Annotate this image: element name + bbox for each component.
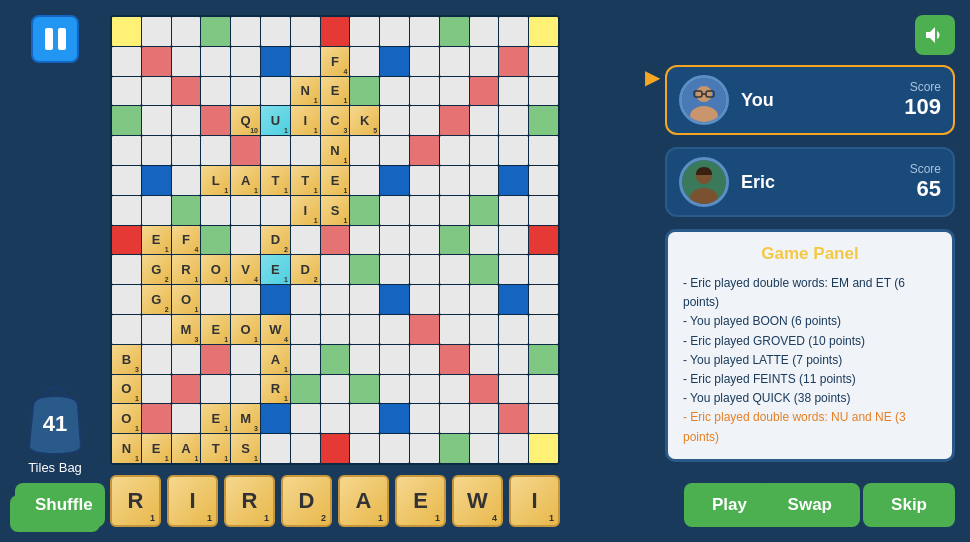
board-cell[interactable]: N1	[291, 77, 320, 106]
board-cell[interactable]	[112, 226, 141, 255]
board-cell[interactable]	[201, 136, 230, 165]
board-cell[interactable]	[321, 404, 350, 433]
board-cell[interactable]	[380, 77, 409, 106]
board-cell[interactable]	[410, 196, 439, 225]
board-cell[interactable]	[380, 434, 409, 463]
board-cell[interactable]	[142, 166, 171, 195]
board-cell[interactable]	[350, 404, 379, 433]
board-cell[interactable]	[499, 315, 528, 344]
board-cell[interactable]	[440, 136, 469, 165]
board-cell[interactable]	[142, 77, 171, 106]
board-cell[interactable]	[291, 315, 320, 344]
board-cell[interactable]	[112, 315, 141, 344]
board-cell[interactable]	[261, 136, 290, 165]
board-cell[interactable]	[142, 196, 171, 225]
board-cell[interactable]	[291, 285, 320, 314]
board-cell[interactable]	[470, 315, 499, 344]
board-cell[interactable]: N1	[321, 136, 350, 165]
board-cell[interactable]	[380, 136, 409, 165]
board-cell[interactable]: N1	[112, 434, 141, 463]
rack-tile[interactable]: D2	[281, 475, 332, 527]
board-cell[interactable]	[529, 136, 558, 165]
board-cell[interactable]	[350, 434, 379, 463]
board-cell[interactable]: U1	[261, 106, 290, 135]
board-cell[interactable]	[291, 17, 320, 46]
board-cell[interactable]	[470, 285, 499, 314]
board-cell[interactable]	[350, 77, 379, 106]
board-cell[interactable]	[350, 285, 379, 314]
board-cell[interactable]	[172, 106, 201, 135]
board-cell[interactable]	[410, 17, 439, 46]
board-cell[interactable]: M3	[231, 404, 260, 433]
board-cell[interactable]	[350, 17, 379, 46]
board-cell[interactable]	[410, 375, 439, 404]
skip-button[interactable]: Skip	[863, 483, 955, 527]
board-cell[interactable]	[321, 345, 350, 374]
board-cell[interactable]: E1	[201, 315, 230, 344]
board-cell[interactable]	[410, 345, 439, 374]
board-cell[interactable]	[380, 315, 409, 344]
board-cell[interactable]	[410, 136, 439, 165]
board-cell[interactable]	[470, 106, 499, 135]
board-cell[interactable]	[380, 404, 409, 433]
board-cell[interactable]	[499, 166, 528, 195]
board-cell[interactable]	[350, 345, 379, 374]
board-cell[interactable]	[380, 166, 409, 195]
board-cell[interactable]	[172, 345, 201, 374]
board-cell[interactable]	[380, 196, 409, 225]
board-cell[interactable]	[529, 404, 558, 433]
board-cell[interactable]	[440, 345, 469, 374]
rack-tile[interactable]: A1	[338, 475, 389, 527]
board-cell[interactable]	[172, 17, 201, 46]
board-cell[interactable]	[291, 404, 320, 433]
board-cell[interactable]	[350, 255, 379, 284]
game-board[interactable]: F4N1E1Q10U1I1C3K5N1L1A1T1T1E1I1S1E1F4D2G…	[110, 15, 560, 465]
board-cell[interactable]	[231, 136, 260, 165]
board-cell[interactable]: O1	[112, 404, 141, 433]
board-cell[interactable]	[172, 47, 201, 76]
board-cell[interactable]	[499, 404, 528, 433]
board-cell[interactable]: A1	[231, 166, 260, 195]
board-cell[interactable]: K5	[350, 106, 379, 135]
board-cell[interactable]	[142, 17, 171, 46]
board-cell[interactable]: S1	[321, 196, 350, 225]
board-cell[interactable]: E1	[201, 404, 230, 433]
board-cell[interactable]	[440, 47, 469, 76]
board-cell[interactable]	[261, 77, 290, 106]
board-cell[interactable]	[499, 434, 528, 463]
board-cell[interactable]	[142, 136, 171, 165]
board-cell[interactable]	[261, 196, 290, 225]
board-cell[interactable]: E1	[321, 166, 350, 195]
board-cell[interactable]: O1	[172, 285, 201, 314]
board-cell[interactable]	[529, 315, 558, 344]
board-cell[interactable]	[410, 106, 439, 135]
board-cell[interactable]	[440, 285, 469, 314]
rack-tile[interactable]: I1	[167, 475, 218, 527]
board-cell[interactable]	[112, 106, 141, 135]
board-cell[interactable]: E1	[142, 434, 171, 463]
board-cell[interactable]: C3	[321, 106, 350, 135]
board-cell[interactable]: E1	[261, 255, 290, 284]
board-cell[interactable]: G2	[142, 255, 171, 284]
board-cell[interactable]	[112, 285, 141, 314]
board-cell[interactable]	[350, 196, 379, 225]
board-cell[interactable]	[499, 255, 528, 284]
board-cell[interactable]	[470, 17, 499, 46]
board-cell[interactable]	[380, 285, 409, 314]
board-cell[interactable]	[470, 345, 499, 374]
board-cell[interactable]	[201, 226, 230, 255]
board-cell[interactable]	[201, 285, 230, 314]
board-cell[interactable]	[499, 106, 528, 135]
board-cell[interactable]: O1	[201, 255, 230, 284]
board-cell[interactable]	[440, 375, 469, 404]
board-cell[interactable]	[470, 226, 499, 255]
board-cell[interactable]	[172, 404, 201, 433]
board-cell[interactable]: F4	[321, 47, 350, 76]
board-cell[interactable]: O1	[112, 375, 141, 404]
board-cell[interactable]	[291, 345, 320, 374]
board-cell[interactable]	[499, 226, 528, 255]
board-cell[interactable]	[291, 434, 320, 463]
board-cell[interactable]	[440, 77, 469, 106]
board-cell[interactable]	[440, 226, 469, 255]
board-cell[interactable]	[231, 77, 260, 106]
